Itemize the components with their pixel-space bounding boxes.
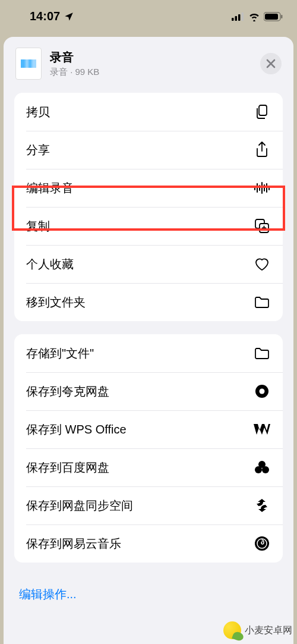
favorite-label: 个人收藏 <box>26 256 74 272</box>
save-sync-label: 保存到网盘同步空间 <box>26 498 133 514</box>
svg-rect-6 <box>281 15 283 18</box>
edit-actions-button[interactable]: 编辑操作... <box>4 576 293 613</box>
edit-recording-row[interactable]: 编辑录音 <box>14 169 283 207</box>
save-files-row[interactable]: 存储到"文件" <box>14 334 283 372</box>
wifi-icon <box>248 12 260 21</box>
svg-point-23 <box>262 466 269 473</box>
save-netease-row[interactable]: 保存到网易云音乐 <box>14 524 283 563</box>
svg-rect-0 <box>232 18 234 21</box>
wps-icon <box>253 420 271 438</box>
audio-waveform-icon <box>21 59 36 68</box>
save-wps-label: 保存到 WPS Office <box>26 422 127 438</box>
copy-label: 拷贝 <box>26 104 50 120</box>
folder-icon <box>253 293 271 311</box>
save-wps-row[interactable]: 保存到 WPS Office <box>14 410 283 448</box>
file-info: 录音 录音 · 99 KB <box>50 49 252 78</box>
status-time: 14:07 <box>30 10 60 23</box>
svg-rect-2 <box>238 14 241 21</box>
save-baidu-label: 保存到百度网盘 <box>26 460 109 476</box>
svg-rect-3 <box>242 12 244 21</box>
baidu-cloud-icon <box>253 458 271 476</box>
save-baidu-row[interactable]: 保存到百度网盘 <box>14 448 283 486</box>
copy-row[interactable]: 拷贝 <box>14 93 283 131</box>
file-name: 录音 <box>50 49 252 65</box>
action-sheet: 录音 录音 · 99 KB 拷贝 分享 <box>4 37 293 644</box>
heart-icon <box>253 255 271 273</box>
svg-rect-7 <box>259 105 267 115</box>
save-quark-label: 保存到夸克网盘 <box>26 384 109 400</box>
svg-rect-1 <box>235 16 238 21</box>
move-folder-label: 移到文件夹 <box>26 294 86 310</box>
file-meta: 录音 · 99 KB <box>50 67 252 78</box>
edit-recording-label: 编辑录音 <box>26 180 74 196</box>
action-group-1: 拷贝 分享 编辑录音 <box>14 93 283 321</box>
svg-rect-5 <box>265 14 278 20</box>
duplicate-label: 复制 <box>26 218 50 234</box>
save-sync-row[interactable]: 保存到网盘同步空间 <box>14 486 283 524</box>
share-row[interactable]: 分享 <box>14 131 283 169</box>
folder-icon <box>253 344 271 362</box>
file-thumbnail <box>15 48 42 80</box>
save-quark-row[interactable]: 保存到夸克网盘 <box>14 372 283 410</box>
signal-icon <box>232 12 245 21</box>
svg-point-22 <box>255 466 262 473</box>
close-button[interactable] <box>260 53 282 74</box>
favorite-row[interactable]: 个人收藏 <box>14 245 283 283</box>
battery-icon <box>264 12 283 21</box>
move-folder-row[interactable]: 移到文件夹 <box>14 283 283 321</box>
status-bar: 14:07 <box>0 0 297 28</box>
share-icon <box>253 141 271 159</box>
watermark-logo-icon <box>223 621 241 639</box>
status-icons <box>232 12 283 21</box>
close-icon <box>266 59 276 68</box>
save-netease-label: 保存到网易云音乐 <box>26 536 121 552</box>
quark-icon <box>253 382 271 400</box>
save-files-label: 存储到"文件" <box>26 345 94 362</box>
watermark: 小麦安卓网 <box>223 621 292 639</box>
location-arrow-icon <box>64 11 74 22</box>
duplicate-row[interactable]: 复制 <box>14 207 283 245</box>
copy-icon <box>253 103 271 121</box>
netease-music-icon <box>253 535 271 552</box>
duplicate-icon <box>253 217 271 235</box>
waveform-icon <box>253 179 271 197</box>
action-group-2: 存储到"文件" 保存到夸克网盘 保存到 WPS Office <box>14 334 283 563</box>
file-header: 录音 录音 · 99 KB <box>4 37 293 90</box>
sync-icon <box>253 497 271 514</box>
watermark-text: 小麦安卓网 <box>245 624 292 637</box>
svg-point-20 <box>260 389 265 394</box>
status-time-group: 14:07 <box>30 10 74 23</box>
share-label: 分享 <box>26 142 50 158</box>
